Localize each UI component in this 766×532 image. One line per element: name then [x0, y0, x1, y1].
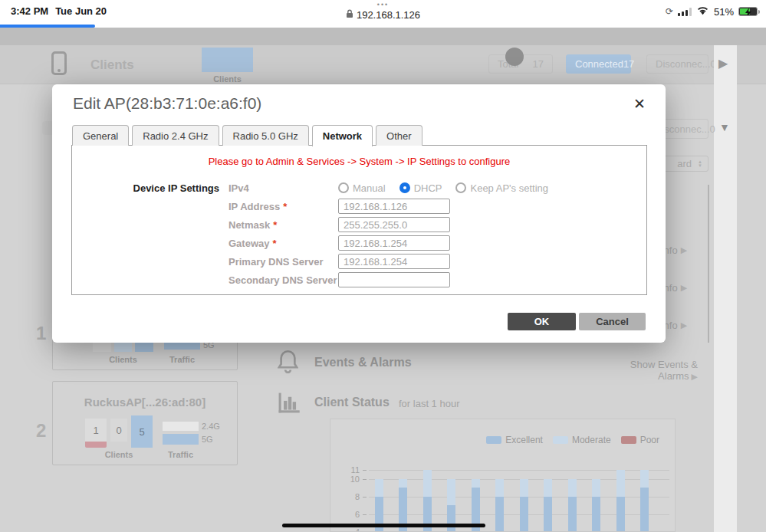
expand-right-icon[interactable]: ▶: [718, 56, 728, 71]
field-label-text: IP Address: [228, 201, 280, 212]
cellular-signal-icon: [678, 8, 692, 16]
y-tick-mark-8: [363, 497, 367, 498]
y-tick-label-8: 8: [330, 492, 360, 501]
tab-radio-2-4-ghz[interactable]: Radio 2.4 GHz: [132, 125, 219, 146]
poor-clients-bar: [85, 442, 107, 448]
input-secondary-dns-server[interactable]: [338, 272, 450, 287]
page: Clients Clients Total 17 Connected 17 Di…: [0, 28, 766, 532]
y-tick-mark-6: [363, 514, 367, 515]
tab-general[interactable]: General: [72, 125, 129, 146]
radio-circle-manual: [338, 182, 349, 193]
home-indicator[interactable]: [282, 524, 485, 527]
bar-excellent-4: [447, 505, 455, 532]
close-icon[interactable]: ✕: [629, 94, 650, 115]
ipv4-label: IPv4: [219, 182, 338, 194]
address-bar[interactable]: 192.168.1.126: [346, 9, 420, 21]
required-asterisk: *: [273, 219, 277, 231]
total-count: 17: [533, 58, 544, 70]
radio-label-dhcp: DHCP: [414, 182, 442, 194]
bar-moderate-8: [544, 479, 552, 497]
y-tick-mark-10: [363, 479, 367, 480]
input-netmask[interactable]: [338, 217, 450, 232]
traffic-5g-bar: [163, 434, 199, 445]
chevron-right-icon: ▶: [681, 320, 687, 330]
ap-name: RuckusAP[...26:ad:80]: [53, 396, 237, 409]
field-label-gateway: Gateway*: [219, 238, 338, 249]
bar-excellent-10: [592, 497, 600, 532]
show-events-label: Show Events & Alarms: [630, 359, 698, 382]
bar-chart-icon: [277, 391, 301, 415]
bar-moderate-6: [495, 479, 504, 497]
collapsed-side-panel[interactable]: [714, 45, 737, 532]
y-tick-label-11: 11: [330, 465, 360, 475]
bar-moderate-12: [640, 470, 649, 488]
url-text: 192.168.1.126: [357, 9, 420, 21]
chevron-right-icon: ▶: [681, 283, 687, 293]
connected-button[interactable]: Connected 17: [566, 54, 631, 74]
required-asterisk: *: [272, 238, 276, 249]
bar-moderate-3: [423, 470, 432, 497]
disconnected-label: Disconnec...: [656, 58, 711, 70]
bar-moderate-4: [447, 479, 455, 505]
status-bar: 3:42 PMTue Jun 20 ••• 192.168.1.126 ⟳ 51…: [0, 0, 766, 28]
battery-icon: [738, 7, 760, 16]
field-label-text: Gateway: [228, 238, 269, 249]
chevron-right-icon: ▶: [692, 372, 698, 381]
tab-network[interactable]: Network: [312, 125, 373, 146]
clients-caption: Clients: [85, 450, 153, 459]
clients-panel-title: Clients: [90, 57, 134, 73]
bar-excellent-9: [568, 497, 577, 532]
client-count-tile-2: 0: [110, 419, 127, 442]
modal-title: Edit AP(28:b3:71:0e:a6:f0): [73, 94, 261, 113]
bar-excellent-8: [544, 497, 552, 532]
chevron-right-icon: ▶: [681, 245, 687, 255]
field-label-text: Primary DNS Server: [228, 256, 324, 268]
drag-handle-dot: [505, 48, 524, 66]
client-count-tile-1: 1: [85, 419, 107, 442]
radio-dhcp[interactable]: DHCP: [399, 182, 442, 194]
section-label: Device IP Settings: [72, 182, 219, 194]
ap-index-1: 1: [36, 323, 46, 344]
bar-moderate-5: [472, 479, 480, 488]
wifi-icon: [696, 5, 709, 18]
screen: 3:42 PMTue Jun 20 ••• 192.168.1.126 ⟳ 51…: [0, 0, 766, 532]
tab-content-box: Please go to Admin & Services -> System …: [71, 145, 647, 295]
bar-excellent-6: [495, 497, 504, 532]
ok-button[interactable]: OK: [508, 313, 576, 330]
chart-plot: 4681011: [330, 419, 675, 531]
dropdown-text: ard: [677, 158, 692, 169]
radio-circle-dhcp: [399, 182, 410, 193]
ap-card-2[interactable]: RuckusAP[...26:ad:80] 1 0 5 Clients 2.4G…: [52, 381, 238, 465]
ipv4-options: ManualDHCPKeep AP's setting: [338, 182, 646, 194]
bar-excellent-12: [640, 488, 649, 532]
radio-circle-keep-ap-s-setting: [455, 182, 466, 193]
bar-moderate-9: [568, 479, 577, 497]
radio-manual[interactable]: Manual: [338, 182, 386, 194]
input-gateway[interactable]: [338, 235, 450, 251]
input-ip-address[interactable]: [338, 199, 450, 214]
tab-overflow-dots-icon[interactable]: •••: [0, 2, 766, 8]
y-tick-mark-11: [363, 470, 367, 471]
edit-ap-modal: Edit AP(28:b3:71:0e:a6:f0) ✕ Please go t…: [52, 84, 666, 343]
radio-keep-ap-s-setting[interactable]: Keep AP's setting: [455, 182, 548, 194]
disconnected-button[interactable]: Disconnec... 0: [646, 54, 708, 74]
ap-index-2: 2: [36, 420, 46, 442]
traffic-caption: Traffic: [164, 355, 200, 364]
status-center: ••• 192.168.1.126: [0, 2, 766, 21]
show-events-alarms-link[interactable]: Show Events & Alarms▶: [590, 359, 698, 382]
field-label-netmask: Netmask*: [219, 219, 338, 231]
collapse-down-icon[interactable]: ▼: [719, 121, 730, 133]
connected-label: Connected: [575, 58, 623, 70]
tab-radio-5-0-ghz[interactable]: Radio 5.0 GHz: [222, 125, 309, 146]
tab-other[interactable]: Other: [376, 125, 422, 146]
modal-tabs: GeneralRadio 2.4 GHzRadio 5.0 GHzNetwork…: [72, 125, 426, 146]
client-status-chart: ExcellentModeratePoor 4681011: [330, 419, 676, 532]
status-right: ⟳ 51%: [666, 5, 760, 18]
y-tick-label-10: 10: [330, 475, 360, 484]
input-primary-dns-server[interactable]: [338, 254, 450, 269]
connected-count: 17: [623, 58, 634, 70]
page-load-progress-bar: [0, 25, 95, 28]
cancel-button[interactable]: Cancel: [579, 313, 646, 330]
form-grid: Device IP SettingsIPv4ManualDHCPKeep AP'…: [72, 179, 646, 289]
clients-summary-bar-caption: Clients: [196, 74, 259, 84]
